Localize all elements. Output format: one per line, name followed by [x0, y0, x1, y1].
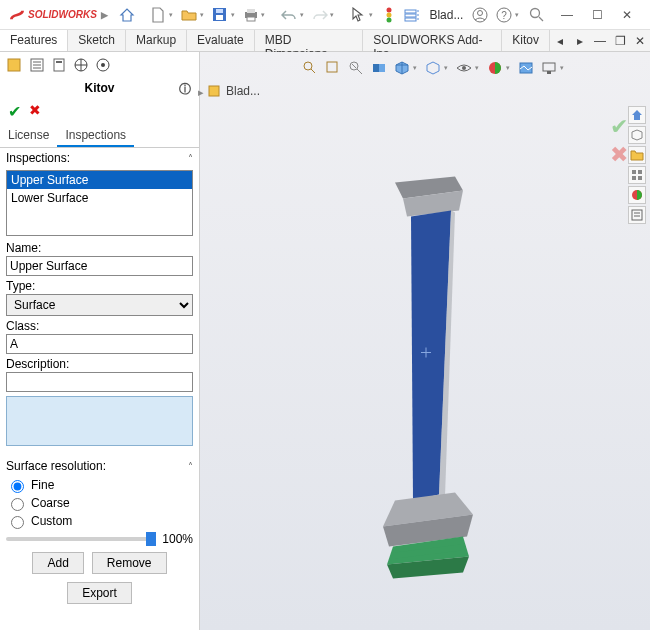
new-icon[interactable] [147, 3, 169, 27]
property-manager-icon[interactable] [28, 56, 46, 74]
close-button[interactable]: ✕ [612, 3, 642, 27]
inspections-list[interactable]: Upper Surface Lower Surface [6, 170, 193, 236]
tab-addins[interactable]: SOLIDWORKS Add-Ins [363, 30, 502, 51]
graphics-viewport[interactable]: ▸ ▾ ▾ ▾ ▾ ▾ Blad... ✔ ✖ [200, 52, 650, 630]
collapse-resolution-icon[interactable]: ˄ [188, 461, 193, 472]
task-pane [628, 106, 646, 224]
scene-icon[interactable] [516, 58, 536, 78]
print-icon[interactable] [240, 3, 262, 27]
remove-button[interactable]: Remove [92, 552, 167, 574]
list-item[interactable]: Lower Surface [7, 189, 192, 207]
svg-rect-45 [632, 176, 636, 180]
panel-next-icon[interactable]: ▸ [570, 30, 590, 51]
svg-point-8 [386, 17, 391, 22]
tab-features[interactable]: Features [0, 30, 68, 51]
minimize-button[interactable]: — [552, 3, 582, 27]
cancel-button[interactable]: ✖ [29, 102, 41, 121]
prev-view-icon[interactable] [346, 58, 366, 78]
class-field[interactable] [6, 334, 193, 354]
panel-help-icon[interactable]: ⓘ [179, 81, 191, 98]
resolution-slider[interactable] [6, 537, 156, 541]
confirm-corner-cancel-icon[interactable]: ✖ [610, 142, 628, 168]
zoom-fit-icon[interactable] [300, 58, 320, 78]
confirm-button[interactable]: ✔ [8, 102, 21, 121]
collapse-inspections-icon[interactable]: ˄ [188, 153, 193, 164]
design-library-icon[interactable] [628, 126, 646, 144]
flyout-tree-toggle[interactable]: ▸ [198, 86, 204, 99]
section-view-icon[interactable] [369, 58, 389, 78]
doc-minimize-button[interactable]: — [590, 30, 610, 51]
hide-show-icon[interactable] [454, 58, 474, 78]
tab-inspections[interactable]: Inspections [57, 125, 134, 147]
tab-mbd[interactable]: MBD Dimensions [255, 30, 363, 51]
display-manager-icon[interactable] [94, 56, 112, 74]
svg-rect-44 [638, 170, 642, 174]
display-style-icon[interactable] [423, 58, 443, 78]
options-icon[interactable] [402, 3, 424, 27]
svg-rect-10 [405, 14, 416, 17]
tab-evaluate[interactable]: Evaluate [187, 30, 255, 51]
svg-point-16 [530, 9, 539, 18]
tab-kitov[interactable]: Kitov [502, 30, 550, 51]
svg-rect-40 [543, 63, 555, 71]
type-select[interactable]: Surface [6, 294, 193, 316]
open-icon[interactable] [178, 3, 200, 27]
appearance-icon[interactable] [485, 58, 505, 78]
description-label: Description: [0, 354, 199, 372]
property-manager: Kitov ⓘ ✔ ✖ License Inspections Inspecti… [0, 52, 200, 630]
select-icon[interactable] [347, 3, 369, 27]
svg-rect-43 [632, 170, 636, 174]
custom-props-icon[interactable] [628, 206, 646, 224]
maximize-button[interactable]: ☐ [582, 3, 612, 27]
svg-rect-24 [56, 61, 62, 63]
confirm-corner-ok-icon[interactable]: ✔ [610, 114, 628, 140]
zoom-area-icon[interactable] [323, 58, 343, 78]
rebuild-icon[interactable] [378, 3, 400, 27]
add-button[interactable]: Add [32, 552, 83, 574]
view-palette-icon[interactable] [628, 166, 646, 184]
user-icon[interactable] [469, 3, 491, 27]
svg-rect-49 [632, 210, 642, 220]
search-icon[interactable] [524, 3, 548, 27]
res-coarse-radio[interactable] [11, 498, 24, 511]
res-fine-label: Fine [31, 478, 54, 492]
flyout-doc-tab[interactable]: Blad... [208, 84, 260, 98]
tab-license[interactable]: License [0, 125, 57, 147]
undo-icon[interactable] [278, 3, 300, 27]
svg-rect-2 [216, 9, 223, 13]
res-custom-radio[interactable] [11, 516, 24, 529]
file-explorer-icon[interactable] [628, 146, 646, 164]
doc-restore-button[interactable]: ❐ [610, 30, 630, 51]
svg-rect-46 [638, 176, 642, 180]
svg-rect-4 [247, 9, 255, 13]
help-icon[interactable]: ? [493, 3, 515, 27]
dimxpert-icon[interactable] [72, 56, 90, 74]
name-field[interactable] [6, 256, 193, 276]
svg-point-30 [304, 62, 312, 70]
export-button[interactable]: Export [67, 582, 132, 604]
doc-close-button[interactable]: ✕ [630, 30, 650, 51]
svg-rect-1 [216, 15, 223, 20]
appearances-pane-icon[interactable] [628, 186, 646, 204]
inspections-label: Inspections: [6, 151, 70, 165]
panel-tabs: License Inspections [0, 125, 199, 148]
list-item[interactable]: Upper Surface [7, 171, 192, 189]
redo-icon[interactable] [309, 3, 331, 27]
view-orientation-icon[interactable] [392, 58, 412, 78]
resolution-label: Surface resolution: [6, 459, 106, 473]
tab-markup[interactable]: Markup [126, 30, 187, 51]
feature-tree-icon[interactable] [6, 56, 24, 74]
description-field[interactable] [6, 372, 193, 392]
config-manager-icon[interactable] [50, 56, 68, 74]
res-fine-radio[interactable] [11, 480, 24, 493]
view-settings-icon[interactable] [539, 58, 559, 78]
panel-prev-icon[interactable]: ◂ [550, 30, 570, 51]
name-label: Name: [0, 238, 199, 256]
save-icon[interactable] [209, 3, 231, 27]
svg-rect-18 [8, 59, 20, 71]
resources-icon[interactable] [628, 106, 646, 124]
class-label: Class: [0, 316, 199, 334]
svg-rect-35 [373, 64, 379, 72]
home-icon[interactable] [116, 3, 138, 27]
tab-sketch[interactable]: Sketch [68, 30, 126, 51]
